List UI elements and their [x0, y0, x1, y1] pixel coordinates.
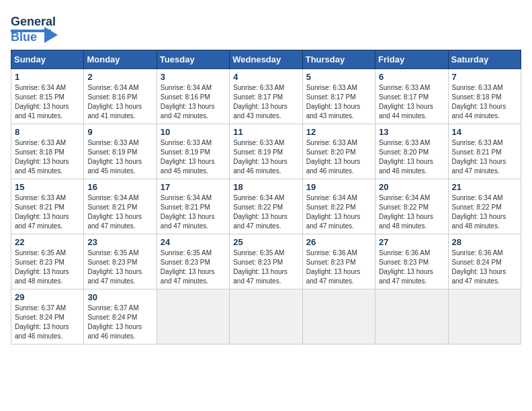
calendar-header-friday: Friday: [375, 50, 448, 69]
calendar-cell: [448, 289, 521, 345]
day-number: 14: [452, 127, 517, 137]
cell-info: Sunrise: 6:36 AMSunset: 8:24 PMDaylight:…: [452, 248, 517, 286]
cell-info: Sunrise: 6:34 AMSunset: 8:15 PMDaylight:…: [15, 83, 80, 121]
cell-info: Sunrise: 6:33 AMSunset: 8:20 PMDaylight:…: [306, 138, 371, 176]
cell-info: Sunrise: 6:34 AMSunset: 8:21 PMDaylight:…: [87, 193, 152, 231]
day-number: 12: [306, 127, 371, 137]
calendar-cell: 11 Sunrise: 6:33 AMSunset: 8:19 PMDaylig…: [230, 124, 302, 179]
calendar-cell: 20 Sunrise: 6:34 AMSunset: 8:22 PMDaylig…: [375, 179, 448, 234]
day-number: 28: [452, 237, 517, 247]
calendar-cell: 9 Sunrise: 6:33 AMSunset: 8:19 PMDayligh…: [84, 124, 157, 179]
calendar-cell: 25 Sunrise: 6:35 AMSunset: 8:23 PMDaylig…: [230, 234, 302, 289]
day-number: 7: [452, 72, 517, 82]
calendar-cell: 15 Sunrise: 6:33 AMSunset: 8:21 PMDaylig…: [11, 179, 84, 234]
calendar-header-wednesday: Wednesday: [230, 50, 302, 69]
cell-info: Sunrise: 6:36 AMSunset: 8:23 PMDaylight:…: [306, 248, 371, 286]
day-number: 1: [15, 72, 80, 82]
calendar-cell: 10 Sunrise: 6:33 AMSunset: 8:19 PMDaylig…: [157, 124, 229, 179]
day-number: 29: [15, 292, 80, 302]
day-number: 2: [87, 72, 152, 82]
calendar-cell: 12 Sunrise: 6:33 AMSunset: 8:20 PMDaylig…: [302, 124, 375, 179]
calendar-cell: 3 Sunrise: 6:34 AMSunset: 8:16 PMDayligh…: [157, 69, 229, 124]
calendar-cell: 24 Sunrise: 6:35 AMSunset: 8:23 PMDaylig…: [157, 234, 229, 289]
cell-info: Sunrise: 6:33 AMSunset: 8:21 PMDaylight:…: [15, 193, 80, 231]
cell-info: Sunrise: 6:33 AMSunset: 8:17 PMDaylight:…: [379, 83, 444, 121]
calendar-cell: 6 Sunrise: 6:33 AMSunset: 8:17 PMDayligh…: [375, 69, 448, 124]
cell-info: Sunrise: 6:33 AMSunset: 8:18 PMDaylight:…: [452, 83, 517, 121]
calendar-week-2: 8 Sunrise: 6:33 AMSunset: 8:18 PMDayligh…: [11, 124, 521, 179]
day-number: 22: [15, 237, 80, 247]
cell-info: Sunrise: 6:34 AMSunset: 8:21 PMDaylight:…: [161, 193, 226, 231]
cell-info: Sunrise: 6:33 AMSunset: 8:20 PMDaylight:…: [379, 138, 444, 176]
calendar-cell: 16 Sunrise: 6:34 AMSunset: 8:21 PMDaylig…: [84, 179, 157, 234]
svg-marker-2: [44, 27, 58, 43]
cell-info: Sunrise: 6:34 AMSunset: 8:22 PMDaylight:…: [306, 193, 371, 231]
calendar-cell: 18 Sunrise: 6:34 AMSunset: 8:22 PMDaylig…: [230, 179, 302, 234]
calendar-header-saturday: Saturday: [448, 50, 521, 69]
cell-info: Sunrise: 6:33 AMSunset: 8:18 PMDaylight:…: [15, 138, 80, 176]
day-number: 23: [87, 237, 152, 247]
cell-info: Sunrise: 6:33 AMSunset: 8:19 PMDaylight:…: [87, 138, 152, 176]
calendar-cell: 5 Sunrise: 6:33 AMSunset: 8:17 PMDayligh…: [302, 69, 375, 124]
cell-info: Sunrise: 6:34 AMSunset: 8:22 PMDaylight:…: [379, 193, 444, 231]
calendar-cell: 19 Sunrise: 6:34 AMSunset: 8:22 PMDaylig…: [302, 179, 375, 234]
day-number: 3: [161, 72, 226, 82]
day-number: 15: [15, 182, 80, 192]
cell-info: Sunrise: 6:34 AMSunset: 8:16 PMDaylight:…: [161, 83, 226, 121]
day-number: 16: [87, 182, 152, 192]
cell-info: Sunrise: 6:34 AMSunset: 8:16 PMDaylight:…: [87, 83, 152, 121]
cell-info: Sunrise: 6:34 AMSunset: 8:22 PMDaylight:…: [452, 193, 517, 231]
day-number: 24: [161, 237, 226, 247]
calendar-cell: 29 Sunrise: 6:37 AMSunset: 8:24 PMDaylig…: [11, 289, 84, 345]
calendar-header-monday: Monday: [84, 50, 157, 69]
calendar-cell: 1 Sunrise: 6:34 AMSunset: 8:15 PMDayligh…: [11, 69, 84, 124]
day-number: 26: [306, 237, 371, 247]
cell-info: Sunrise: 6:35 AMSunset: 8:23 PMDaylight:…: [87, 248, 152, 286]
calendar-cell: 30 Sunrise: 6:37 AMSunset: 8:24 PMDaylig…: [84, 289, 157, 345]
calendar-cell: 2 Sunrise: 6:34 AMSunset: 8:16 PMDayligh…: [84, 69, 157, 124]
cell-info: Sunrise: 6:35 AMSunset: 8:23 PMDaylight:…: [161, 248, 226, 286]
day-number: 18: [233, 182, 298, 192]
calendar-table: SundayMondayTuesdayWednesdayThursdayFrid…: [11, 50, 521, 345]
calendar-cell: 4 Sunrise: 6:33 AMSunset: 8:17 PMDayligh…: [230, 69, 302, 124]
cell-info: Sunrise: 6:34 AMSunset: 8:22 PMDaylight:…: [233, 193, 298, 231]
cell-info: Sunrise: 6:37 AMSunset: 8:24 PMDaylight:…: [87, 304, 152, 341]
calendar-week-5: 29 Sunrise: 6:37 AMSunset: 8:24 PMDaylig…: [11, 289, 521, 345]
day-number: 10: [161, 127, 226, 137]
day-number: 8: [15, 127, 80, 137]
day-number: 27: [379, 237, 444, 247]
svg-text:General: General: [11, 15, 56, 28]
day-number: 17: [161, 182, 226, 192]
calendar-week-1: 1 Sunrise: 6:34 AMSunset: 8:15 PMDayligh…: [11, 69, 521, 124]
cell-info: Sunrise: 6:36 AMSunset: 8:23 PMDaylight:…: [379, 248, 444, 286]
day-number: 30: [87, 292, 152, 302]
day-number: 20: [379, 182, 444, 192]
logo: General Blue: [11, 11, 58, 44]
day-number: 6: [379, 72, 444, 82]
svg-text:Blue: Blue: [11, 30, 37, 44]
calendar-cell: 8 Sunrise: 6:33 AMSunset: 8:18 PMDayligh…: [11, 124, 84, 179]
cell-info: Sunrise: 6:33 AMSunset: 8:17 PMDaylight:…: [233, 83, 298, 121]
calendar-cell: [157, 289, 229, 345]
calendar-week-4: 22 Sunrise: 6:35 AMSunset: 8:23 PMDaylig…: [11, 234, 521, 289]
day-number: 21: [452, 182, 517, 192]
cell-info: Sunrise: 6:33 AMSunset: 8:19 PMDaylight:…: [233, 138, 298, 176]
cell-info: Sunrise: 6:33 AMSunset: 8:19 PMDaylight:…: [161, 138, 226, 176]
cell-info: Sunrise: 6:35 AMSunset: 8:23 PMDaylight:…: [15, 248, 80, 286]
day-number: 25: [233, 237, 298, 247]
calendar-cell: 28 Sunrise: 6:36 AMSunset: 8:24 PMDaylig…: [448, 234, 521, 289]
calendar-cell: [302, 289, 375, 345]
day-number: 13: [379, 127, 444, 137]
calendar-cell: 13 Sunrise: 6:33 AMSunset: 8:20 PMDaylig…: [375, 124, 448, 179]
calendar-cell: 26 Sunrise: 6:36 AMSunset: 8:23 PMDaylig…: [302, 234, 375, 289]
calendar-cell: 17 Sunrise: 6:34 AMSunset: 8:21 PMDaylig…: [157, 179, 229, 234]
cell-info: Sunrise: 6:37 AMSunset: 8:24 PMDaylight:…: [15, 304, 80, 341]
calendar-cell: 21 Sunrise: 6:34 AMSunset: 8:22 PMDaylig…: [448, 179, 521, 234]
calendar-header-sunday: Sunday: [11, 50, 84, 69]
day-number: 4: [233, 72, 298, 82]
calendar-cell: 7 Sunrise: 6:33 AMSunset: 8:18 PMDayligh…: [448, 69, 521, 124]
calendar-cell: [375, 289, 448, 345]
logo-svg: General Blue: [11, 11, 58, 44]
day-number: 11: [233, 127, 298, 137]
day-number: 19: [306, 182, 371, 192]
